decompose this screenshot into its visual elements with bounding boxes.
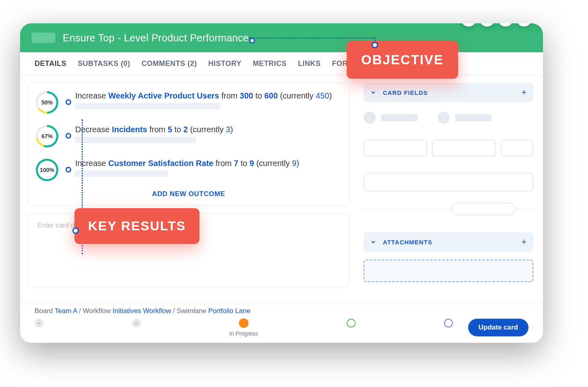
text-skeleton	[455, 114, 491, 121]
status-step-next[interactable]	[444, 319, 453, 336]
section-separator	[364, 203, 533, 215]
key-result-row[interactable]: 50% Increase Weekly Active Product Users…	[36, 91, 341, 114]
field-input[interactable]	[432, 140, 495, 157]
status-step-done[interactable]	[35, 319, 43, 336]
chevron-down-icon	[370, 89, 376, 96]
field-input[interactable]	[501, 140, 533, 157]
modal-toolbar	[461, 23, 543, 27]
objective-anchor-dot	[249, 38, 255, 43]
progress-gauge: 100%	[36, 159, 58, 181]
breadcrumb-swimlane-link[interactable]: Portfolio Lane	[208, 307, 251, 315]
update-card-button[interactable]: Update card	[468, 319, 528, 336]
kr-text: Increase Customer Satisfaction Rate from…	[75, 159, 299, 168]
progress-value: 67%	[41, 133, 53, 139]
card-color-chip[interactable]	[31, 33, 56, 43]
text-skeleton	[381, 114, 417, 121]
copy-icon	[20, 23, 25, 24]
field-input[interactable]	[364, 140, 427, 157]
tab-subtasks[interactable]: SUBTASKS (0)	[78, 59, 130, 68]
outcomes-panel: 50% Increase Weekly Active Product Users…	[27, 83, 350, 206]
kr-end-dot	[72, 227, 79, 234]
avatar-skeleton	[364, 112, 376, 124]
callout-objective: OBJECTIVE	[347, 41, 458, 79]
attachments-label: ATTACHMENTS	[383, 239, 432, 246]
tab-history[interactable]: HISTORY	[208, 59, 242, 68]
card-fields-label: CARD FIELDS	[383, 89, 428, 96]
status-track: In Progress	[35, 318, 453, 337]
kr-text: Decrease Incidents from 5 to 2 (currentl…	[75, 125, 233, 134]
kr-anchor-dot	[66, 133, 71, 139]
check-icon	[134, 321, 139, 326]
tab-metrics[interactable]: METRICS	[253, 59, 287, 68]
status-step-current[interactable]: In Progress	[229, 318, 258, 337]
callout-key-results: KEY RESULTS	[74, 208, 199, 244]
breadcrumb-board-link[interactable]: Team A	[55, 307, 77, 315]
card-tabs: DETAILS SUBTASKS (0) COMMENTS (2) HISTOR…	[20, 52, 543, 76]
card-title[interactable]: Ensure Top - Level Product Performance	[63, 32, 249, 44]
layout-button[interactable]	[498, 23, 513, 27]
kr-subtext-skeleton	[75, 103, 220, 109]
attachment-dropzone[interactable]	[364, 260, 533, 282]
tab-links[interactable]: LINKS	[298, 59, 321, 68]
kr-subtext-skeleton	[75, 137, 196, 143]
kr-anchor-dot	[66, 99, 71, 105]
card-footer: Board Team A / Workflow Initiatives Work…	[20, 303, 543, 343]
card-fields-section-header[interactable]: CARD FIELDS +	[364, 83, 533, 102]
kr-text: Increase Weekly Active Product Users fro…	[75, 91, 332, 100]
progress-value: 50%	[41, 99, 53, 106]
avatar-skeleton	[438, 112, 450, 124]
status-step-next[interactable]	[347, 319, 356, 336]
add-attachment-button[interactable]: +	[521, 237, 527, 247]
kr-subtext-skeleton	[75, 170, 168, 177]
tab-details[interactable]: DETAILS	[35, 59, 66, 68]
check-icon	[37, 321, 41, 326]
kr-anchor-dot	[66, 167, 71, 172]
field-input-large[interactable]	[364, 173, 533, 191]
attachments-section-header[interactable]: ATTACHMENTS +	[364, 232, 533, 252]
more-button[interactable]	[516, 23, 532, 27]
objective-end-dot	[372, 42, 378, 48]
card-modal: Ensure Top - Level Product Performance D…	[20, 23, 543, 343]
tab-comments[interactable]: COMMENTS (2)	[142, 59, 197, 68]
color-button[interactable]	[461, 23, 476, 27]
add-field-button[interactable]: +	[521, 87, 527, 98]
progress-gauge: 67%	[36, 125, 58, 147]
chevron-down-icon	[370, 239, 376, 245]
progress-gauge: 50%	[36, 91, 58, 114]
close-button[interactable]	[535, 23, 543, 27]
objective-connector	[249, 37, 375, 39]
breadcrumb-workflow-link[interactable]: Initiatives Workflow	[113, 307, 171, 315]
status-current-label: In Progress	[229, 330, 258, 337]
field-inputs-row	[364, 140, 533, 157]
warning-button[interactable]	[479, 23, 495, 27]
status-step-done[interactable]	[132, 319, 141, 336]
progress-value: 100%	[40, 167, 54, 173]
field-skeleton-row	[364, 112, 533, 124]
collapsed-pill[interactable]	[451, 203, 516, 215]
breadcrumb: Board Team A / Workflow Initiatives Work…	[20, 303, 543, 315]
